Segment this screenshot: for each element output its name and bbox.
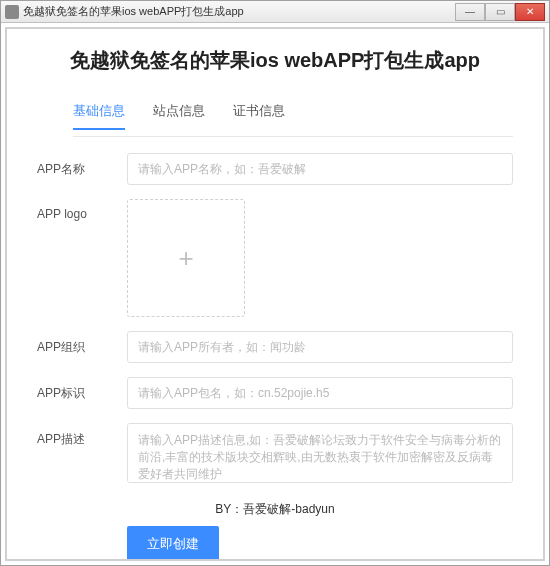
submit-button[interactable]: 立即创建 [127,526,219,561]
minimize-button[interactable]: — [455,3,485,21]
label-app-org: APP组织 [37,331,127,356]
tabs-divider [73,136,513,137]
input-app-name[interactable] [127,153,513,185]
row-app-logo: APP logo + [37,199,513,317]
row-app-desc: APP描述 [37,423,513,487]
submit-row: 立即创建 [127,526,513,561]
byline: BY：吾爱破解-badyun [37,501,513,518]
label-app-name: APP名称 [37,153,127,178]
window-controls: — ▭ ✕ [455,3,545,21]
app-icon [5,5,19,19]
input-app-id[interactable] [127,377,513,409]
input-app-desc[interactable] [127,423,513,483]
row-app-name: APP名称 [37,153,513,185]
upload-logo-box[interactable]: + [127,199,245,317]
window-title: 免越狱免签名的苹果ios webAPP打包生成app [23,4,451,19]
row-app-id: APP标识 [37,377,513,409]
row-app-org: APP组织 [37,331,513,363]
app-window: 免越狱免签名的苹果ios webAPP打包生成app — ▭ ✕ 免越狱免签名的… [0,0,550,566]
label-app-id: APP标识 [37,377,127,402]
label-app-logo: APP logo [37,199,127,221]
titlebar: 免越狱免签名的苹果ios webAPP打包生成app — ▭ ✕ [1,1,549,23]
tab-cert[interactable]: 证书信息 [233,102,285,130]
maximize-button[interactable]: ▭ [485,3,515,21]
input-app-org[interactable] [127,331,513,363]
plus-icon: + [178,245,193,271]
tabs: 基础信息 站点信息 证书信息 [73,102,513,130]
tab-site[interactable]: 站点信息 [153,102,205,130]
close-button[interactable]: ✕ [515,3,545,21]
content-area: 免越狱免签名的苹果ios webAPP打包生成app 基础信息 站点信息 证书信… [5,27,545,561]
tab-basic[interactable]: 基础信息 [73,102,125,130]
label-app-desc: APP描述 [37,423,127,448]
page-title: 免越狱免签名的苹果ios webAPP打包生成app [37,47,513,74]
